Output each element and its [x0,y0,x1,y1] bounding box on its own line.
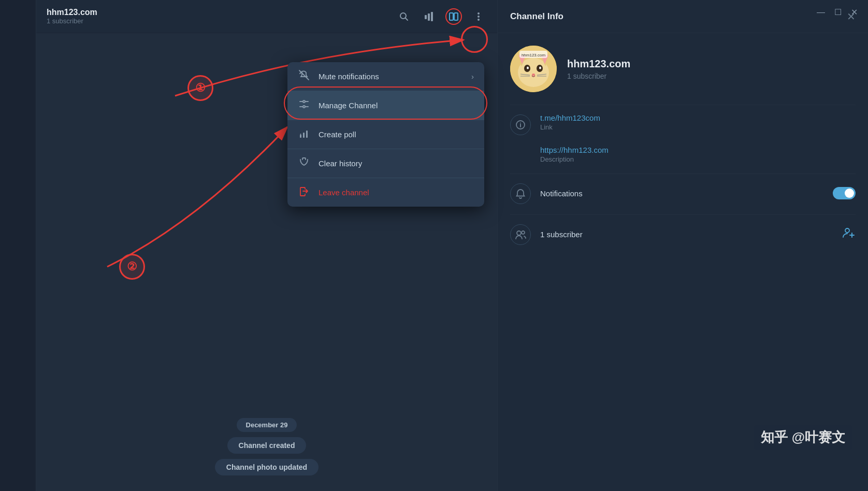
manage-channel-icon [298,98,310,112]
more-options-icon[interactable] [470,8,487,25]
description-text-block: https://hhm123.com Description [540,146,609,163]
channel-name: hhm123.com [567,58,630,70]
svg-line-10 [299,70,309,80]
leave-channel-label: Leave channel [319,188,369,197]
channel-photo-updated-msg: Channel photo updated [215,459,319,475]
svg-rect-18 [303,133,305,138]
svg-point-31 [527,67,529,69]
svg-point-9 [478,19,480,21]
clear-history-label: Clear history [319,159,362,168]
create-poll-item[interactable]: Create poll [287,120,484,149]
channel-created-msg: Channel created [227,437,307,454]
svg-point-43 [517,231,521,235]
description-label: Description [540,155,609,163]
subscriber-row: 1 subscriber [510,223,856,245]
clear-history-icon [298,156,310,170]
svg-point-8 [478,16,480,18]
annotation-1: ① [187,75,213,101]
info-circle-icon [510,114,531,135]
watermark: 知乎 @叶赛文 [754,425,852,450]
channel-avatar-row: hhm123.com hhm123.com 1 subscriber [510,46,856,92]
svg-point-33 [532,74,535,76]
mute-arrow-icon: › [471,72,474,81]
svg-point-42 [520,123,521,124]
svg-point-7 [478,12,480,15]
svg-point-13 [303,100,305,103]
chat-subscriber-count: 1 subscriber [47,17,97,25]
channel-subscriber-count: 1 subscriber [567,72,630,80]
svg-rect-4 [431,12,433,21]
svg-rect-3 [428,13,430,21]
dropdown-menu: Mute notifications › Manage Channel [287,62,484,207]
notifications-row: Notifications [510,182,856,204]
info-divider-2 [510,174,856,174]
maximize-button[interactable]: ☐ [834,7,842,17]
mute-notifications-item[interactable]: Mute notifications › [287,62,484,91]
chat-header-info: hhm123.com 1 subscriber [47,8,97,25]
svg-rect-17 [300,135,301,138]
svg-rect-5 [450,13,453,20]
right-panel: Channel Info ✕ [497,0,868,491]
search-icon[interactable] [396,8,412,25]
split-view-icon[interactable] [445,8,462,25]
window-chrome: — ☐ ✕ [806,0,868,24]
add-subscriber-button[interactable] [842,226,856,242]
svg-point-44 [522,231,525,234]
svg-point-45 [845,228,849,233]
svg-rect-19 [306,131,308,138]
mute-notifications-label: Mute notifications [319,72,379,81]
subscriber-count-label: 1 subscriber [540,230,833,239]
annotation-2: ② [119,254,145,280]
description-url[interactable]: https://hhm123.com [540,146,609,154]
svg-point-32 [539,67,541,69]
channel-info-content: hhm123.com hhm123.com 1 subscriber t.me/… [498,33,868,257]
notifications-label: Notifications [540,189,823,198]
notifications-bell-icon [510,183,531,204]
cat-avatar-svg: hhm123.com [510,46,557,92]
chat-title: hhm123.com [47,8,97,17]
svg-rect-2 [425,15,427,19]
chat-header: hhm123.com 1 subscriber [36,0,497,33]
right-panel-title: Channel Info [510,11,563,22]
manage-channel-item[interactable]: Manage Channel [287,91,484,120]
description-info-row: https://hhm123.com Description [510,146,856,163]
subscribers-icon [510,224,531,245]
clear-history-item[interactable]: Clear history [287,149,484,178]
channel-avatar: hhm123.com [510,46,557,92]
leave-channel-item[interactable]: Leave channel [287,178,484,207]
link-info-row: t.me/hhm123com Link [510,113,856,135]
channel-link[interactable]: t.me/hhm123com [540,113,600,122]
date-label: December 29 [237,418,297,432]
close-window-button[interactable]: ✕ [851,7,858,17]
notifications-toggle[interactable] [833,187,856,199]
svg-point-16 [303,106,305,108]
create-poll-label: Create poll [319,130,356,139]
chat-header-actions [396,8,487,25]
link-text-block: t.me/hhm123com Link [540,113,600,131]
info-divider-3 [510,214,856,215]
info-divider-1 [510,105,856,105]
link-label: Link [540,123,600,131]
create-poll-icon [298,127,310,141]
svg-rect-6 [454,13,458,20]
leave-channel-icon [298,185,310,199]
minimize-button[interactable]: — [817,8,825,17]
svg-text:hhm123.com: hhm123.com [522,53,546,57]
svg-line-1 [406,18,408,20]
manage-channel-label: Manage Channel [319,101,378,110]
mute-icon [298,69,310,83]
left-sidebar [0,0,36,491]
broadcast-icon[interactable] [421,8,437,25]
channel-name-block: hhm123.com 1 subscriber [567,58,630,80]
